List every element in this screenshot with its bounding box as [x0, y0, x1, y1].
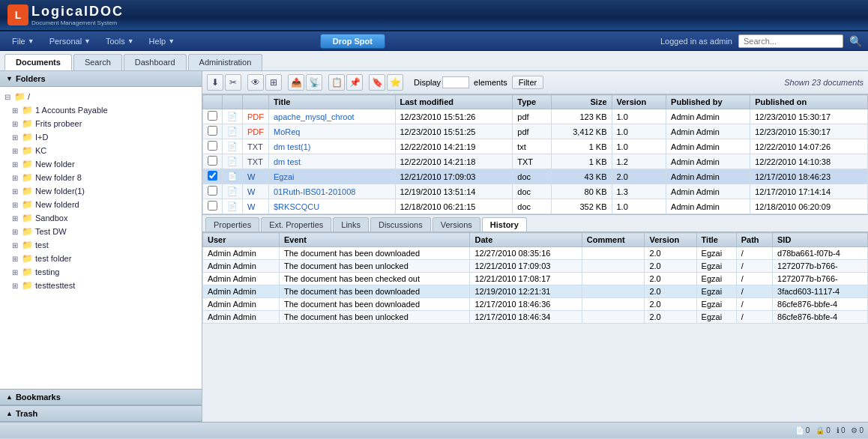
tab-discussions[interactable]: Discussions: [370, 217, 431, 231]
folder-newfolder[interactable]: ⊞ 📁 New folder: [0, 157, 202, 171]
folder-testing[interactable]: ⊞ 📁 testing: [0, 265, 202, 279]
filter-button[interactable]: Filter: [512, 76, 543, 89]
hist-date: 12/21/2010 17:09:03: [470, 260, 582, 273]
folder-testtesttest[interactable]: ⊞ 📁 testtesttest: [0, 279, 202, 292]
row-title[interactable]: $RKSCQCU: [269, 199, 396, 214]
toolbar-cut-btn[interactable]: ✂: [225, 74, 241, 91]
folder-testfolder[interactable]: ⊞ 📁 test folder: [0, 252, 202, 265]
toolbar-thumb-btn[interactable]: ⊞: [265, 74, 282, 91]
tab-properties[interactable]: Properties: [205, 217, 259, 231]
drop-spot-button[interactable]: Drop Spot: [320, 34, 385, 49]
row-title[interactable]: Egzai: [269, 169, 396, 184]
row-pubon: 12/18/2010 06:20:09: [750, 199, 868, 214]
row-title[interactable]: dm test: [269, 154, 396, 169]
toolbar-star-btn[interactable]: ⭐: [387, 74, 403, 91]
folder-newfolder8[interactable]: ⊞ 📁 New folder 8: [0, 171, 202, 184]
trash-header[interactable]: ▲ Trash: [0, 405, 202, 422]
row-checkbox[interactable]: [208, 126, 217, 136]
row-checkbox[interactable]: [208, 201, 217, 211]
hist-event: The document has been checked out: [280, 273, 470, 285]
search-input[interactable]: [738, 34, 843, 48]
file-menu-chevron: ▼: [28, 37, 34, 45]
folder-newfolderd[interactable]: ⊞ 📁 New folderd: [0, 198, 202, 211]
table-row[interactable]: 📄 PDF apache_mysql_chroot 12/23/2010 15:…: [203, 109, 868, 124]
folder-label: testtesttest: [35, 281, 75, 290]
history-row[interactable]: Admin Admin The document has been downlo…: [203, 247, 868, 260]
toolbar-rss-btn[interactable]: 📡: [306, 74, 322, 91]
table-row[interactable]: 📄 W $RKSCQCU 12/18/2010 06:21:15 doc 352…: [203, 199, 868, 214]
row-type: doc: [513, 199, 552, 214]
row-size: 1 KB: [552, 154, 612, 169]
col-version[interactable]: Version: [612, 95, 666, 109]
toolbar-paste-btn[interactable]: 📌: [346, 74, 363, 91]
folder-1accounts[interactable]: ⊞ 📁 1 Accounts Payable: [0, 103, 202, 117]
tab-links[interactable]: Links: [333, 217, 369, 231]
folder-id[interactable]: ⊞ 📁 I+D: [0, 130, 202, 144]
folder-test[interactable]: ⊞ 📁 test: [0, 238, 202, 252]
toolbar-bookmark-btn[interactable]: 🔖: [369, 74, 385, 91]
col-size[interactable]: Size: [552, 95, 612, 109]
help-menu[interactable]: Help ▼: [143, 35, 181, 47]
tab-documents[interactable]: Documents: [4, 54, 72, 70]
folder-icon: 📁: [22, 280, 33, 291]
tools-menu[interactable]: Tools ▼: [100, 35, 140, 47]
hist-user: Admin Admin: [203, 285, 280, 298]
col-lastmod[interactable]: Last modified: [395, 95, 513, 109]
col-type[interactable]: Type: [513, 95, 552, 109]
bookmarks-header[interactable]: ▲ Bookmarks: [0, 389, 202, 405]
row-checkbox[interactable]: [208, 156, 217, 166]
history-row[interactable]: Admin Admin The document has been downlo…: [203, 285, 868, 298]
history-row[interactable]: Admin Admin The document has been downlo…: [203, 298, 868, 311]
main-panel: ⬇ ✂ 👁 ⊞ 📤 📡 📋 📌 🔖 ⭐ Display 100 elements…: [202, 71, 868, 422]
folder-newfolder1[interactable]: ⊞ 📁 New folder(1): [0, 184, 202, 198]
row-version: 1.2: [612, 154, 666, 169]
hist-comment: [582, 260, 645, 273]
row-checkbox[interactable]: [208, 111, 217, 121]
row-checkbox[interactable]: [208, 141, 217, 151]
row-type-icon: PDF: [243, 109, 269, 124]
tab-search[interactable]: Search: [73, 54, 122, 70]
folders-header[interactable]: ▼ Folders: [0, 71, 202, 87]
file-menu[interactable]: File ▼: [6, 35, 40, 47]
col-title[interactable]: Title: [269, 95, 396, 109]
personal-menu[interactable]: Personal ▼: [43, 35, 97, 47]
row-type-icon: PDF: [243, 124, 269, 139]
table-row[interactable]: 📄 TXT dm test(1) 12/22/2010 14:21:19 txt…: [203, 139, 868, 154]
table-row[interactable]: 📄 TXT dm test 12/22/2010 14:21:18 TXT 1 …: [203, 154, 868, 169]
folder-kc[interactable]: ⊞ 📁 KC: [0, 144, 202, 157]
row-type: pdf: [513, 124, 552, 139]
folder-root[interactable]: ⊟ 📁 /: [0, 90, 202, 103]
tab-versions[interactable]: Versions: [433, 217, 480, 231]
row-title[interactable]: 01Ruth-IBS01-201008: [269, 184, 396, 199]
row-title[interactable]: apache_mysql_chroot: [269, 109, 396, 124]
folder-icon: 📁: [22, 226, 33, 237]
display-count-input[interactable]: 100: [442, 76, 469, 88]
search-icon[interactable]: 🔍: [849, 35, 862, 47]
folder-testdw[interactable]: ⊞ 📁 Test DW: [0, 225, 202, 238]
menubar: File ▼ Personal ▼ Tools ▼ Help ▼ Drop Sp…: [0, 31, 868, 51]
col-pubby[interactable]: Published by: [666, 95, 750, 109]
toolbar-download-btn[interactable]: ⬇: [207, 74, 223, 91]
history-row[interactable]: Admin Admin The document has been checke…: [203, 273, 868, 285]
tab-ext-properties[interactable]: Ext. Properties: [261, 217, 331, 231]
folder-sandbox[interactable]: ⊞ 📁 Sandbox: [0, 211, 202, 225]
row-pubon: 12/17/2010 17:14:14: [750, 184, 868, 199]
row-title[interactable]: dm test(1): [269, 139, 396, 154]
row-checkbox[interactable]: [208, 186, 217, 196]
table-row[interactable]: 📄 W Egzai 12/21/2010 17:09:03 doc 43 KB …: [203, 169, 868, 184]
table-row[interactable]: 📄 W 01Ruth-IBS01-201008 12/19/2010 13:51…: [203, 184, 868, 199]
table-row[interactable]: 📄 PDF MoReq 12/23/2010 15:51:25 pdf 3,41…: [203, 124, 868, 139]
history-row[interactable]: Admin Admin The document has been unlock…: [203, 260, 868, 273]
folder-frits[interactable]: ⊞ 📁 Frits probeer: [0, 117, 202, 130]
toolbar-copy-btn[interactable]: 📋: [328, 74, 345, 91]
hist-path: /: [736, 311, 772, 324]
tab-administration[interactable]: Administration: [188, 54, 263, 70]
history-row[interactable]: Admin Admin The document has been unlock…: [203, 311, 868, 324]
toolbar-upload-btn[interactable]: 📤: [288, 74, 304, 91]
col-pubon[interactable]: Published on: [750, 95, 868, 109]
row-title[interactable]: MoReq: [269, 124, 396, 139]
tab-dashboard[interactable]: Dashboard: [124, 54, 187, 70]
row-checkbox[interactable]: [208, 171, 217, 181]
tab-history[interactable]: History: [482, 217, 527, 231]
toolbar-view-btn[interactable]: 👁: [247, 74, 264, 91]
